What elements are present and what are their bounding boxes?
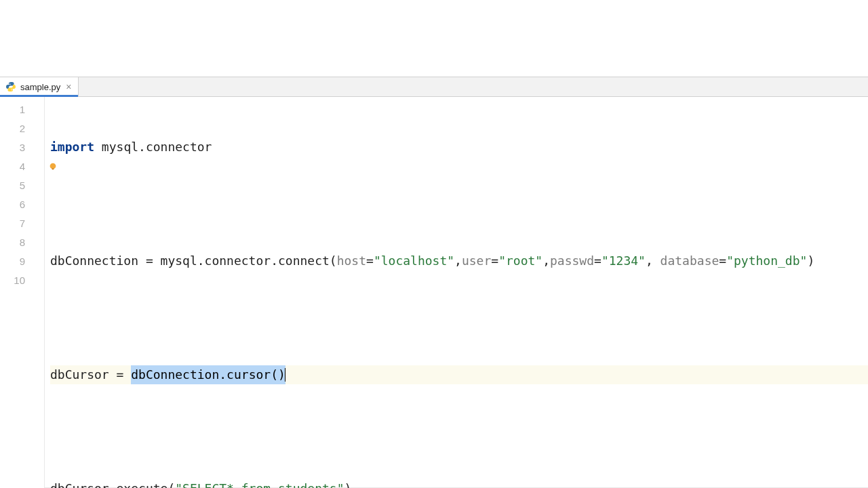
close-tab-icon[interactable]: × (64, 81, 73, 92)
line-number: 7 (0, 214, 44, 232)
text-caret (285, 368, 285, 382)
line-number: 4 (0, 157, 44, 176)
code-line (50, 422, 868, 441)
code-line: import mysql.connector (50, 138, 868, 157)
selection: dbConnection.cursor() (131, 365, 285, 384)
editor-tab-bar: sample.py × (0, 77, 868, 97)
line-number-gutter: 1 2 3 4 5 6 7 8 9 10 (0, 97, 45, 488)
line-number: 2 (0, 119, 44, 138)
editor-area: 1 2 3 4 5 6 7 8 9 10 import mysql.connec… (0, 97, 868, 488)
file-tab-label: sample.py (20, 82, 60, 92)
code-line-current: dbCursor = dbConnection.cursor() (50, 365, 868, 384)
line-number: 10 (0, 270, 44, 289)
blank-top-region (0, 0, 868, 77)
line-number: 5 (0, 176, 44, 195)
line-number: 3 (0, 138, 44, 157)
file-tab-sample-py[interactable]: sample.py × (0, 77, 79, 96)
line-number: 6 (0, 195, 44, 214)
line-number: 8 (0, 232, 44, 251)
code-text-area[interactable]: import mysql.connector dbConnection = my… (45, 97, 868, 488)
line-number: 9 (0, 251, 44, 270)
code-line: dbConnection = mysql.connector.connect(h… (50, 251, 868, 270)
python-file-icon (5, 81, 16, 92)
code-line: dbCursor.execute("SELECT* from students"… (50, 479, 868, 488)
code-line (50, 195, 868, 214)
code-line (50, 308, 868, 327)
line-number: 1 (0, 100, 44, 119)
